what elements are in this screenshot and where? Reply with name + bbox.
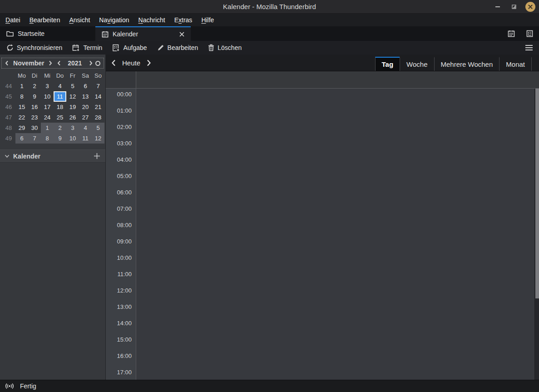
new-task-button[interactable]: Aufgabe: [110, 43, 148, 53]
add-calendar-button[interactable]: [93, 152, 101, 160]
tab-kalender[interactable]: Kalender: [95, 26, 191, 41]
minicalendar-day[interactable]: 5: [92, 123, 104, 133]
delete-button[interactable]: Löschen: [206, 43, 243, 52]
calendar-section-header[interactable]: Kalender: [0, 149, 105, 163]
chevron-right-icon: [89, 60, 93, 66]
allday-gutter: [106, 71, 136, 88]
tabbar-right-buttons: [506, 26, 534, 41]
minicalendar-day[interactable]: 22: [15, 112, 28, 123]
sync-button-label: Synchronisieren: [17, 44, 62, 51]
minicalendar-day[interactable]: 13: [79, 91, 92, 102]
minicalendar-day[interactable]: 2: [54, 123, 66, 133]
menu-item-navigation[interactable]: Navigation: [94, 15, 134, 25]
minicalendar-day[interactable]: 18: [54, 102, 66, 112]
today-button[interactable]: Heute: [122, 59, 140, 67]
menu-item-nachricht[interactable]: Nachricht: [134, 15, 170, 25]
minicalendar-day[interactable]: 24: [41, 112, 54, 123]
view-tab-tag[interactable]: Tag: [375, 57, 400, 71]
minicalendar-day[interactable]: 8: [15, 91, 28, 102]
day-column[interactable]: [136, 89, 539, 380]
app-menu-button[interactable]: [525, 45, 533, 50]
minicalendar-day[interactable]: 17: [41, 102, 54, 112]
minicalendar-day[interactable]: 28: [92, 112, 104, 123]
next-day-button[interactable]: [147, 60, 151, 66]
prev-month-button[interactable]: [5, 60, 9, 67]
minicalendar-day[interactable]: 16: [28, 102, 41, 112]
edit-button[interactable]: Bearbeiten: [155, 43, 200, 52]
hour-label: 02:00: [106, 121, 136, 138]
scrollbar-thumb[interactable]: [535, 89, 539, 298]
minicalendar-day[interactable]: 8: [41, 133, 54, 144]
minicalendar-day[interactable]: 11: [79, 133, 92, 144]
minicalendar-day[interactable]: 23: [28, 112, 41, 123]
menu-access-key: B: [30, 16, 34, 24]
sync-icon: [6, 44, 14, 51]
close-icon: [179, 32, 184, 37]
minicalendar-selected-day[interactable]: 11: [54, 91, 66, 102]
menu-access-key: A: [69, 16, 73, 24]
restore-icon: [511, 4, 517, 10]
minicalendar-day[interactable]: 1: [15, 81, 28, 91]
menu-label-pre: E: [174, 16, 178, 24]
prev-day-button[interactable]: [111, 60, 116, 66]
minicalendar-day[interactable]: 4: [79, 123, 92, 133]
hour-label: 13:00: [106, 301, 136, 318]
new-event-button[interactable]: Termin: [70, 43, 104, 53]
view-tab-mehrere-wochen[interactable]: Mehrere Wochen: [434, 57, 499, 71]
minicalendar-day[interactable]: 21: [92, 102, 104, 112]
menu-item-extras[interactable]: Extras: [170, 15, 197, 25]
allday-track[interactable]: [136, 71, 539, 88]
new-event-button-label: Termin: [83, 44, 102, 51]
minicalendar-day[interactable]: 6: [15, 133, 28, 144]
minicalendar-day[interactable]: 3: [41, 81, 54, 91]
minicalendar-day[interactable]: 27: [79, 112, 92, 123]
minicalendar-day[interactable]: 6: [79, 81, 92, 91]
minicalendar-day[interactable]: 5: [66, 81, 79, 91]
tasks-mode-button[interactable]: [524, 29, 534, 39]
view-tab-woche[interactable]: Woche: [400, 57, 434, 71]
minicalendar-day[interactable]: 2: [28, 81, 41, 91]
calendar-mode-button[interactable]: [506, 29, 516, 39]
tab-startseite[interactable]: Startseite: [0, 26, 95, 41]
minicalendar-day[interactable]: 12: [92, 133, 104, 144]
sync-button[interactable]: Synchronisieren: [5, 43, 64, 52]
minicalendar-day[interactable]: 3: [66, 123, 79, 133]
minicalendar-day[interactable]: 10: [41, 91, 54, 102]
next-year-button[interactable]: [89, 60, 93, 67]
status-text: Fertig: [20, 382, 36, 390]
minicalendar-day[interactable]: 19: [66, 102, 79, 112]
prev-year-button[interactable]: [57, 60, 61, 67]
menu-item-hilfe[interactable]: Hilfe: [197, 15, 218, 25]
minicalendar-day[interactable]: 7: [28, 133, 41, 144]
time-grid: 00:0001:0002:0003:0004:0005:0006:0007:00…: [106, 89, 539, 380]
view-tab-monat[interactable]: Monat: [499, 57, 532, 71]
minicalendar-day[interactable]: 26: [66, 112, 79, 123]
restore-button[interactable]: [509, 2, 519, 12]
minicalendar-day[interactable]: 20: [79, 102, 92, 112]
minimize-button[interactable]: [493, 2, 503, 12]
menu-item-ansicht[interactable]: Ansicht: [64, 15, 94, 25]
minicalendar-day[interactable]: 30: [28, 123, 41, 133]
minicalendar-day[interactable]: 25: [54, 112, 66, 123]
menu-label-post: nsicht: [74, 16, 90, 24]
next-month-button[interactable]: [48, 60, 53, 67]
minicalendar-day[interactable]: 14: [92, 91, 104, 102]
close-button[interactable]: [525, 2, 535, 12]
menu-access-key: H: [201, 16, 206, 24]
minicalendar-month-label: November: [11, 60, 46, 67]
vertical-scrollbar[interactable]: [534, 89, 539, 380]
minicalendar-day[interactable]: 9: [28, 91, 41, 102]
minicalendar-day[interactable]: 10: [66, 133, 79, 144]
minicalendar-day[interactable]: 9: [54, 133, 66, 144]
minicalendar-day[interactable]: 15: [15, 102, 28, 112]
hour-label: 00:00: [106, 89, 136, 105]
menu-item-datei[interactable]: Datei: [1, 15, 25, 25]
minicalendar-day[interactable]: 1: [41, 123, 54, 133]
minicalendar-day[interactable]: 7: [92, 81, 104, 91]
tab-close-button[interactable]: [179, 32, 184, 37]
minicalendar-day[interactable]: 12: [66, 91, 79, 102]
minicalendar-today-button[interactable]: [95, 60, 101, 67]
minicalendar-day[interactable]: 29: [15, 123, 28, 133]
minicalendar-day[interactable]: 4: [54, 81, 66, 91]
menu-item-bearbeiten[interactable]: Bearbeiten: [25, 15, 65, 25]
